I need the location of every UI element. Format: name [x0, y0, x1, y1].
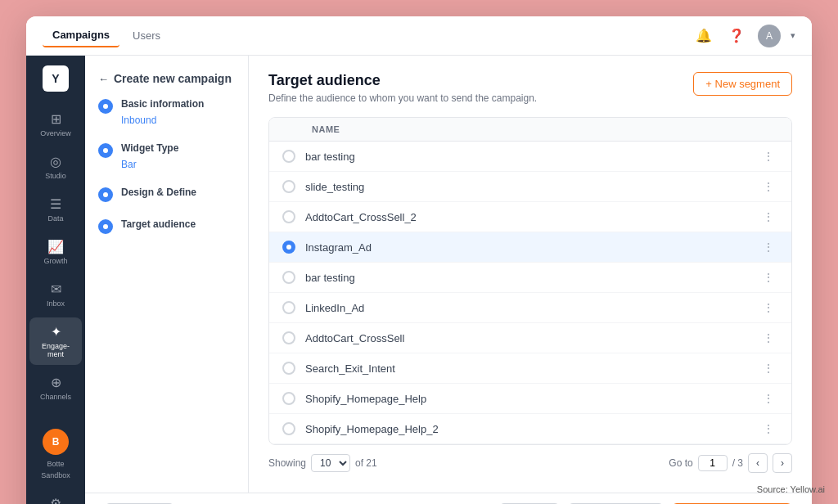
showing-label: Showing — [268, 457, 306, 469]
page-content: ← Create new campaign Basic information … — [85, 56, 812, 493]
step-label-1: Basic information — [121, 98, 204, 110]
audience-table: NAME bar testing ⋮ slide_testing — [268, 117, 792, 445]
step-label-3: Design & Define — [121, 187, 196, 198]
sidebar-user-label1: Botte — [47, 460, 64, 468]
row-name-7: AddtoCart_CrossSell — [305, 332, 759, 344]
pagination-left: Showing 10 20 50 of 21 — [268, 454, 377, 472]
table-row[interactable]: LinkedIn_Ad ⋮ — [269, 293, 791, 323]
sidebar-label-channels: Channels — [40, 393, 71, 401]
row-actions-9[interactable]: ⋮ — [759, 392, 778, 405]
prev-page-button[interactable]: ‹ — [748, 453, 768, 473]
row-name-9: Shopify_Homepage_Help — [305, 393, 759, 405]
step-target-audience: Target audience — [98, 218, 235, 234]
sidebar-label-studio: Studio — [45, 172, 66, 180]
step-indicator-3 — [98, 187, 113, 202]
step-indicator-4 — [98, 219, 113, 234]
radio-5[interactable] — [282, 271, 305, 284]
row-name-1: bar testing — [305, 151, 759, 163]
row-actions-5[interactable]: ⋮ — [759, 271, 778, 284]
sidebar-item-studio[interactable]: ◎ Studio — [29, 147, 82, 187]
avatar-caret: ▾ — [791, 30, 795, 41]
radio-10[interactable] — [282, 422, 305, 435]
table-row[interactable]: Shopify_Homepage_Help ⋮ — [269, 384, 791, 414]
sidebar-item-data[interactable]: ☰ Data — [29, 190, 82, 229]
sidebar-bottom: B Botte Sandbox ⚙ Configure — [29, 429, 82, 504]
panel-title: Target audience — [268, 72, 537, 89]
bell-icon[interactable]: 🔔 — [692, 25, 715, 47]
sidebar-item-channels[interactable]: ⊕ Channels — [29, 368, 82, 407]
sidebar-label-overview: Overview — [40, 129, 71, 137]
source-watermark: Source: Yellow.ai — [757, 484, 825, 494]
left-panel: ← Create new campaign Basic information … — [85, 56, 249, 493]
per-page-select[interactable]: 10 20 50 — [311, 454, 350, 472]
main-layout: Y ⊞ Overview ◎ Studio ☰ Data 📈 Growth ✉ … — [26, 56, 812, 504]
step-label-4: Target audience — [121, 218, 196, 230]
row-actions-4[interactable]: ⋮ — [759, 241, 778, 254]
step-content-4: Target audience — [121, 218, 196, 230]
sidebar-item-configure[interactable]: ⚙ Configure — [29, 489, 82, 504]
overview-icon: ⊞ — [51, 111, 61, 127]
step-indicator-1 — [98, 99, 113, 114]
sidebar-user-label2: Sandbox — [41, 471, 70, 479]
page-input[interactable] — [698, 455, 728, 471]
total-pages: / 3 — [732, 457, 743, 469]
radio-1[interactable] — [282, 150, 305, 163]
step-indicator-2 — [98, 143, 113, 158]
radio-6[interactable] — [282, 301, 305, 314]
sidebar-label-growth: Growth — [43, 257, 67, 265]
next-page-button[interactable]: › — [773, 453, 792, 473]
table-body: bar testing ⋮ slide_testing ⋮ AddtoCart_ — [269, 142, 791, 444]
panel-subtitle: Define the audience to whom you want to … — [268, 92, 537, 104]
radio-2[interactable] — [282, 180, 305, 193]
table-row[interactable]: Shopify_Homepage_Help_2 ⋮ — [269, 414, 791, 444]
sidebar-item-growth[interactable]: 📈 Growth — [29, 232, 82, 272]
data-icon: ☰ — [50, 196, 61, 212]
radio-8[interactable] — [282, 362, 305, 375]
row-actions-3[interactable]: ⋮ — [759, 210, 778, 223]
step-label-2: Widget Type — [121, 142, 178, 154]
table-row[interactable]: bar testing ⋮ — [269, 142, 791, 172]
sidebar-item-engagement[interactable]: ✦ Engage-ment — [29, 317, 82, 365]
panel-header: Target audience Define the audience to w… — [268, 72, 792, 104]
table-row[interactable]: AddtoCart_CrossSell_2 ⋮ — [269, 202, 791, 232]
pagination-right: Go to / 3 ‹ › — [669, 453, 792, 473]
row-actions-6[interactable]: ⋮ — [759, 301, 778, 314]
engagement-icon: ✦ — [51, 324, 61, 340]
user-avatar-btn[interactable]: A — [758, 25, 781, 47]
back-button[interactable]: ← Create new campaign — [98, 72, 235, 85]
sidebar-item-inbox[interactable]: ✉ Inbox — [29, 275, 82, 314]
content-area: ← Create new campaign Basic information … — [85, 56, 812, 504]
new-segment-button[interactable]: + New segment — [693, 72, 792, 96]
table-row[interactable]: AddtoCart_CrossSell ⋮ — [269, 323, 791, 353]
row-actions-10[interactable]: ⋮ — [759, 422, 778, 435]
step-sub-2: Bar — [121, 159, 178, 170]
pagination-bar: Showing 10 20 50 of 21 Go to / 3 — [268, 445, 792, 476]
row-actions-2[interactable]: ⋮ — [759, 180, 778, 193]
channels-icon: ⊕ — [51, 375, 61, 390]
table-row-selected[interactable]: Instagram_Ad ⋮ — [269, 232, 791, 263]
goto-label: Go to — [669, 457, 692, 469]
sidebar-label-inbox: Inbox — [47, 299, 65, 308]
row-name-8: Search_Exit_Intent — [305, 362, 759, 375]
help-icon[interactable]: ❓ — [725, 25, 748, 47]
sidebar-item-overview[interactable]: ⊞ Overview — [29, 105, 82, 144]
table-row[interactable]: bar testing ⋮ — [269, 263, 791, 293]
app-window: Campaigns Users 🔔 ❓ A ▾ Y ⊞ Overview ◎ S… — [26, 16, 812, 504]
row-actions-7[interactable]: ⋮ — [759, 331, 778, 344]
sidebar-logo: Y — [43, 65, 69, 92]
radio-3[interactable] — [282, 210, 305, 223]
table-row[interactable]: Search_Exit_Intent ⋮ — [269, 353, 791, 384]
tab-users[interactable]: Users — [123, 25, 170, 47]
radio-7[interactable] — [282, 331, 305, 344]
tab-campaigns[interactable]: Campaigns — [43, 24, 119, 47]
footer-bar: Previous Cancel Save as drafts Launch ca… — [85, 493, 812, 504]
sidebar: Y ⊞ Overview ◎ Studio ☰ Data 📈 Growth ✉ … — [26, 56, 85, 504]
table-row[interactable]: slide_testing ⋮ — [269, 172, 791, 202]
radio-9[interactable] — [282, 392, 305, 405]
radio-4[interactable] — [282, 241, 305, 254]
row-actions-8[interactable]: ⋮ — [759, 362, 778, 375]
row-actions-1[interactable]: ⋮ — [759, 150, 778, 163]
step-content-2: Widget Type Bar — [121, 142, 178, 170]
row-name-2: slide_testing — [305, 181, 759, 193]
sidebar-user-avatar[interactable]: B — [43, 429, 69, 455]
